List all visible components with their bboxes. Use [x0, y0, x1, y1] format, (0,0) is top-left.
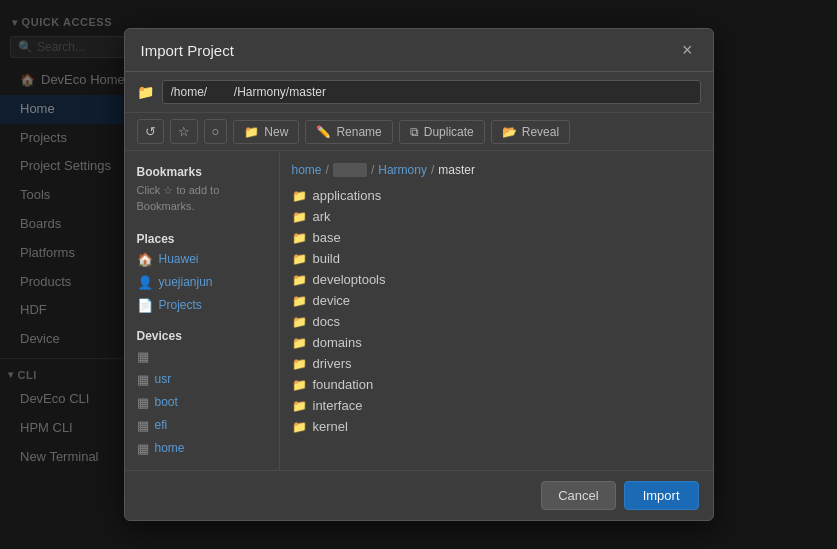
file-base[interactable]: 📁 base [280, 227, 713, 248]
folder-file-icon: 📁 [292, 357, 307, 371]
rename-button[interactable]: ✏️ Rename [305, 120, 392, 144]
device-efi[interactable]: ▦ efi [125, 414, 279, 437]
places-title: Places [125, 228, 279, 248]
eye-button[interactable]: ○ [204, 119, 228, 144]
home-place-icon: 🏠 [137, 252, 153, 267]
file-device[interactable]: 📁 device [280, 290, 713, 311]
bookmark-button[interactable]: ☆ [170, 119, 198, 144]
folder-file-icon: 📁 [292, 252, 307, 266]
folder-file-icon: 📁 [292, 231, 307, 245]
device-home[interactable]: ▦ home [125, 437, 279, 460]
file-kernel[interactable]: 📁 kernel [280, 416, 713, 437]
drive-icon-0: ▦ [137, 349, 149, 364]
device-root[interactable]: ▦ [125, 345, 279, 368]
file-docs[interactable]: 📁 docs [280, 311, 713, 332]
file-ark[interactable]: 📁 ark [280, 206, 713, 227]
folder-file-icon: 📁 [292, 189, 307, 203]
device-boot[interactable]: ▦ boot [125, 391, 279, 414]
file-foundation[interactable]: 📁 foundation [280, 374, 713, 395]
folder-file-icon: 📁 [292, 420, 307, 434]
reveal-icon: 📂 [502, 125, 517, 139]
file-interface[interactable]: 📁 interface [280, 395, 713, 416]
breadcrumb-home[interactable]: home [292, 163, 322, 177]
breadcrumb-sep-1: / [326, 163, 329, 177]
refresh-button[interactable]: ↺ [137, 119, 164, 144]
path-bar: 📁 [125, 72, 713, 113]
modal-toolbar: ↺ ☆ ○ 📁 New ✏️ Rename ⧉ Duplicate 📂 Reve… [125, 113, 713, 151]
drive-icon-2: ▦ [137, 395, 149, 410]
modal-title: Import Project [141, 42, 234, 59]
duplicate-button[interactable]: ⧉ Duplicate [399, 120, 485, 144]
gap [125, 220, 279, 228]
close-button[interactable]: × [678, 41, 697, 59]
file-build[interactable]: 📁 build [280, 248, 713, 269]
folder-file-icon: 📁 [292, 336, 307, 350]
file-developtools[interactable]: 📁 developtools [280, 269, 713, 290]
rename-icon: ✏️ [316, 125, 331, 139]
breadcrumb-harmony[interactable]: Harmony [378, 163, 427, 177]
drive-icon-4: ▦ [137, 441, 149, 456]
drive-icon-1: ▦ [137, 372, 149, 387]
breadcrumb: home / / Harmony / master [280, 159, 713, 185]
folder-file-icon: 📁 [292, 294, 307, 308]
bookmarks-title: Bookmarks [125, 161, 279, 181]
file-domains[interactable]: 📁 domains [280, 332, 713, 353]
modal-footer: Cancel Import [125, 470, 713, 520]
duplicate-icon: ⧉ [410, 125, 419, 139]
folder-file-icon: 📁 [292, 315, 307, 329]
cancel-button[interactable]: Cancel [541, 481, 615, 510]
folder-file-icon: 📁 [292, 378, 307, 392]
folder-file-icon: 📁 [292, 210, 307, 224]
folder-icon: 📁 [137, 84, 154, 100]
modal-overlay: Import Project × 📁 ↺ ☆ ○ 📁 New ✏️ Rename… [0, 0, 837, 549]
gap2 [125, 317, 279, 325]
folder-file-icon: 📁 [292, 273, 307, 287]
new-button[interactable]: 📁 New [233, 120, 299, 144]
reveal-button[interactable]: 📂 Reveal [491, 120, 570, 144]
file-drivers[interactable]: 📁 drivers [280, 353, 713, 374]
import-project-modal: Import Project × 📁 ↺ ☆ ○ 📁 New ✏️ Rename… [124, 28, 714, 521]
breadcrumb-sep-2: / [371, 163, 374, 177]
breadcrumb-master: master [438, 163, 475, 177]
new-folder-icon: 📁 [244, 125, 259, 139]
bookmarks-sub: Click ☆ to add to Bookmarks. [125, 181, 279, 220]
modal-header: Import Project × [125, 29, 713, 72]
user-place-icon: 👤 [137, 275, 153, 290]
path-input[interactable] [162, 80, 701, 104]
place-yuejianjun[interactable]: 👤 yuejianjun [125, 271, 279, 294]
device-usr[interactable]: ▦ usr [125, 368, 279, 391]
devices-title: Devices [125, 325, 279, 345]
projects-place-icon: 📄 [137, 298, 153, 313]
left-panel: Bookmarks Click ☆ to add to Bookmarks. P… [125, 151, 280, 470]
drive-icon-3: ▦ [137, 418, 149, 433]
import-button[interactable]: Import [624, 481, 699, 510]
place-projects[interactable]: 📄 Projects [125, 294, 279, 317]
file-applications[interactable]: 📁 applications [280, 185, 713, 206]
place-huawei[interactable]: 🏠 Huawei [125, 248, 279, 271]
right-panel: home / / Harmony / master 📁 applications… [280, 151, 713, 470]
modal-body: Bookmarks Click ☆ to add to Bookmarks. P… [125, 151, 713, 470]
folder-file-icon: 📁 [292, 399, 307, 413]
breadcrumb-sep-3: / [431, 163, 434, 177]
breadcrumb-blurred [333, 163, 367, 177]
